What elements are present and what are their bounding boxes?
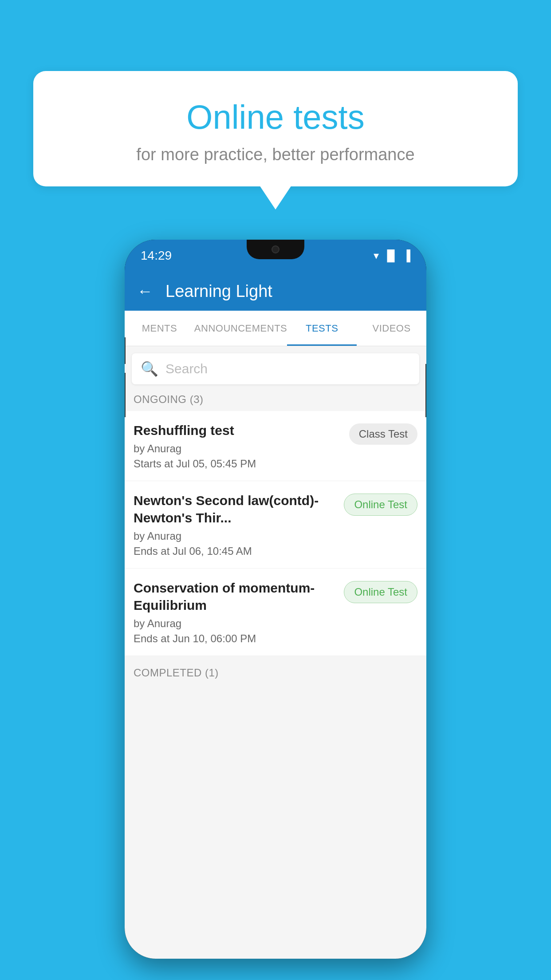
signal-icon: ▐▌ bbox=[383, 249, 398, 262]
bubble-title: Online tests bbox=[51, 98, 500, 136]
test-title: Newton's Second law(contd)-Newton's Thir… bbox=[134, 492, 337, 526]
test-info: Reshuffling test by Anurag Starts at Jul… bbox=[134, 422, 342, 470]
volume-up-button bbox=[125, 373, 126, 417]
status-icons: ▾ ▐▌ ▐ bbox=[374, 249, 410, 262]
phone-content: 🔍 Search ONGOING (3) Reshuffling test by… bbox=[125, 346, 426, 959]
phone-frame: 14:29 ▾ ▐▌ ▐ ← Learning Light MENTS ANNO… bbox=[125, 240, 426, 959]
search-bar[interactable]: 🔍 Search bbox=[132, 353, 419, 384]
test-date: Ends at Jun 10, 06:00 PM bbox=[134, 632, 337, 645]
tab-announcements[interactable]: ANNOUNCEMENTS bbox=[194, 311, 287, 346]
test-badge: Online Test bbox=[344, 494, 417, 516]
test-title: Conservation of momentum-Equilibrium bbox=[134, 579, 337, 614]
test-author: by Anurag bbox=[134, 617, 337, 630]
test-author: by Anurag bbox=[134, 530, 337, 542]
battery-icon: ▐ bbox=[403, 249, 410, 262]
test-info: Conservation of momentum-Equilibrium by … bbox=[134, 579, 337, 645]
bubble-subtitle: for more practice, better performance bbox=[51, 145, 500, 164]
camera bbox=[272, 245, 279, 253]
notch bbox=[247, 240, 304, 259]
status-time: 14:29 bbox=[141, 249, 172, 263]
test-item[interactable]: Reshuffling test by Anurag Starts at Jul… bbox=[125, 411, 426, 481]
test-item[interactable]: Newton's Second law(contd)-Newton's Thir… bbox=[125, 481, 426, 569]
test-badge: Online Test bbox=[344, 581, 417, 603]
tab-tests[interactable]: TESTS bbox=[287, 311, 357, 346]
test-date: Starts at Jul 05, 05:45 PM bbox=[134, 458, 342, 470]
test-info: Newton's Second law(contd)-Newton's Thir… bbox=[134, 492, 337, 557]
search-input[interactable]: Search bbox=[165, 361, 208, 376]
test-title: Reshuffling test bbox=[134, 422, 342, 439]
back-button[interactable]: ← bbox=[137, 282, 153, 300]
app-title: Learning Light bbox=[165, 282, 272, 301]
speech-bubble: Online tests for more practice, better p… bbox=[33, 71, 518, 186]
test-date: Ends at Jul 06, 10:45 AM bbox=[134, 545, 337, 557]
completed-section-header: COMPLETED (1) bbox=[125, 660, 426, 683]
test-list: Reshuffling test by Anurag Starts at Jul… bbox=[125, 411, 426, 656]
status-bar: 14:29 ▾ ▐▌ ▐ bbox=[125, 240, 426, 272]
tab-ments[interactable]: MENTS bbox=[125, 311, 194, 346]
wifi-icon: ▾ bbox=[374, 249, 379, 262]
test-badge: Class Test bbox=[349, 423, 417, 445]
search-icon: 🔍 bbox=[141, 360, 158, 377]
tab-videos[interactable]: VIDEOS bbox=[357, 311, 426, 346]
test-item[interactable]: Conservation of momentum-Equilibrium by … bbox=[125, 569, 426, 656]
ongoing-section-header: ONGOING (3) bbox=[125, 384, 426, 411]
test-author: by Anurag bbox=[134, 443, 342, 455]
app-header: ← Learning Light bbox=[125, 272, 426, 311]
tab-bar: MENTS ANNOUNCEMENTS TESTS VIDEOS bbox=[125, 311, 426, 346]
power-button bbox=[425, 364, 426, 417]
